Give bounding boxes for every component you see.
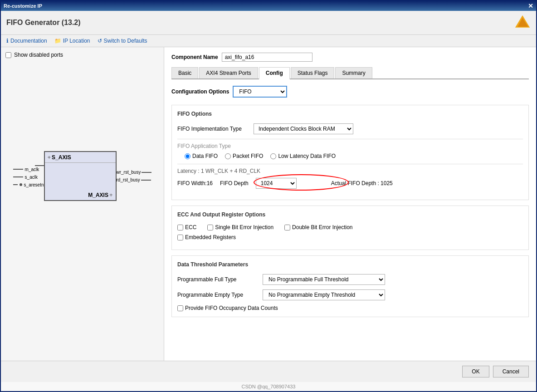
s-axis-label: S_AXIS [52,154,71,161]
threshold-section: Data Threshold Parameters Programmable F… [171,255,529,317]
ecc-section: ECC And Output Register Options ECC Sing… [171,206,529,250]
prog-full-row: Programmable Full Type No Programmable F… [177,274,523,285]
tab-config[interactable]: Config [259,67,290,79]
tab-summary[interactable]: Summary [335,67,372,78]
double-bit-checkbox[interactable] [284,225,290,230]
m-aclk-port-left: m_aclk [25,167,39,172]
title-bar-text: Re-customize IP [4,3,42,9]
rd-rst-busy-port-right: rd_rst_busy [117,177,140,182]
component-name-label: Component Name [171,54,218,60]
diagram-area: m_aclk s_aclk s_aresetn [5,131,159,221]
component-name-row: Component Name [171,53,529,62]
ecc-checkbox-label[interactable]: ECC [177,224,196,230]
documentation-label: Documentation [10,38,47,44]
folder-icon: 📁 [54,38,61,44]
prog-empty-label: Programmable Empty Type [177,292,259,298]
impl-type-label: FIFO Implementation Type [177,126,250,132]
low-latency-fifo-radio[interactable]: Low Latency Data FIFO [270,153,336,159]
prog-full-select[interactable]: No Programmable Full Threshold [263,274,385,285]
ip-location-label: IP Location [63,38,90,44]
fifo-options-title: FIFO Options [177,111,523,119]
watermark-text: CSDN @qq_708907433 [242,384,296,389]
fifo-depth-label: FIFO Depth [220,180,249,186]
data-fifo-radio[interactable]: Data FIFO [185,153,218,159]
packet-fifo-radio[interactable]: Packet FIFO [225,153,263,159]
fifo-options-section: FIFO Options FIFO Implementation Type In… [171,105,529,200]
packet-fifo-label: Packet FIFO [233,153,263,159]
bottom-bar: OK Cancel [1,361,536,382]
show-ports-row: Show disabled ports [5,52,159,58]
embedded-registers-checkbox[interactable] [177,235,183,240]
low-latency-label: Low Latency Data FIFO [278,153,336,159]
config-options-row: Configuration Options FIFO [171,86,529,98]
prog-empty-row: Programmable Empty Type No Programmable … [177,289,523,300]
info-icon: ℹ [6,38,9,44]
impl-type-row: FIFO Implementation Type Independent Clo… [177,123,523,134]
provide-fifo-row: Provide FIFO Occupancy Data Counts [177,305,523,311]
ecc-checkbox[interactable] [177,225,183,230]
toolbar: ℹ Documentation 📁 IP Location ↺ Switch t… [1,35,536,47]
m-axis-label: M_AXIS [88,192,108,198]
threshold-section-title: Data Threshold Parameters [177,261,523,270]
ecc-section-title: ECC And Output Register Options [177,211,523,220]
switch-to-defaults-link[interactable]: ↺ Switch to Defaults [98,38,147,44]
double-bit-checkbox-label[interactable]: Double Bit Error Injection [284,224,352,230]
s-aresetn-port-left: s_aresetn [24,182,44,187]
ecc-label: ECC [185,224,196,230]
close-button[interactable]: ✕ [528,2,533,10]
app-header: FIFO Generator (13.2) [1,11,536,35]
prog-empty-select[interactable]: No Programmable Empty Threshold [263,289,385,300]
config-options-select[interactable]: FIFO [233,86,287,98]
tab-status-flags[interactable]: Status Flags [291,67,335,78]
tab-basic[interactable]: Basic [171,67,198,78]
m-axis-plus-icon: + [109,191,113,198]
fifo-width-text: FIFO Width:16 [177,180,213,186]
single-bit-checkbox-label[interactable]: Single Bit Error Injection [207,224,273,230]
provide-fifo-label: Provide FIFO Occupancy Data Counts [185,305,278,311]
impl-type-select[interactable]: Independent Clocks Block RAM [254,123,353,134]
show-disabled-ports-checkbox[interactable] [5,52,11,58]
data-fifo-label: Data FIFO [192,153,218,159]
cancel-button[interactable]: Cancel [493,366,529,377]
title-bar: Re-customize IP ✕ [1,1,536,11]
tab-axi4[interactable]: AXI4 Stream Ports [199,67,258,78]
tabs: Basic AXI4 Stream Ports Config Status Fl… [171,67,529,79]
embedded-registers-checkbox-label[interactable]: Embedded Registers [177,234,236,240]
double-bit-label: Double Bit Error Injection [292,224,352,230]
left-panel: Show disabled ports m_aclk [1,47,164,361]
actual-depth-text: Actual FIFO Depth : 1025 [331,180,393,186]
switch-to-defaults-label: Switch to Defaults [104,38,147,44]
provide-fifo-checkbox-label[interactable]: Provide FIFO Occupancy Data Counts [177,305,278,311]
component-name-input[interactable] [222,53,312,62]
right-panel: Component Name Basic AXI4 Stream Ports C… [164,47,536,361]
show-disabled-ports-label: Show disabled ports [14,52,63,58]
embedded-registers-row: Embedded Registers [177,234,523,240]
s-aclk-port-left: s_aclk [25,175,38,180]
wr-rst-busy-port-right: wr_rst_busy [117,170,141,175]
xilinx-logo [514,15,531,31]
app-title: FIFO Generator (13.2) [6,19,81,27]
documentation-link[interactable]: ℹ Documentation [6,38,47,44]
fifo-app-type-label: FIFO Application Type [177,143,523,149]
ok-button[interactable]: OK [462,366,489,377]
refresh-icon: ↺ [98,38,102,44]
latency-row: Latency : 1 WR_CLK + 4 RD_CLK [177,168,523,174]
ecc-checkbox-row: ECC Single Bit Error Injection Double Bi… [177,224,523,230]
s-axis-plus-icon: + [48,154,51,161]
content-area: Show disabled ports m_aclk [1,47,536,361]
single-bit-label: Single Bit Error Injection [215,224,273,230]
prog-full-label: Programmable Full Type [177,276,259,283]
latency-text: Latency : 1 WR_CLK + 4 RD_CLK [177,168,260,174]
watermark: CSDN @qq_708907433 [1,382,536,391]
single-bit-checkbox[interactable] [207,225,213,230]
ip-location-link[interactable]: 📁 IP Location [54,38,90,44]
fifo-depth-select[interactable]: 1024 [256,178,297,189]
provide-fifo-checkbox[interactable] [177,305,183,311]
config-options-label: Configuration Options [171,88,229,95]
fifo-width-depth-row: FIFO Width:16 FIFO Depth 1024 Actual FIF… [177,178,523,189]
app-type-radio-group: Data FIFO Packet FIFO Low Latency Data F… [185,153,523,159]
embedded-registers-label: Embedded Registers [185,234,236,240]
